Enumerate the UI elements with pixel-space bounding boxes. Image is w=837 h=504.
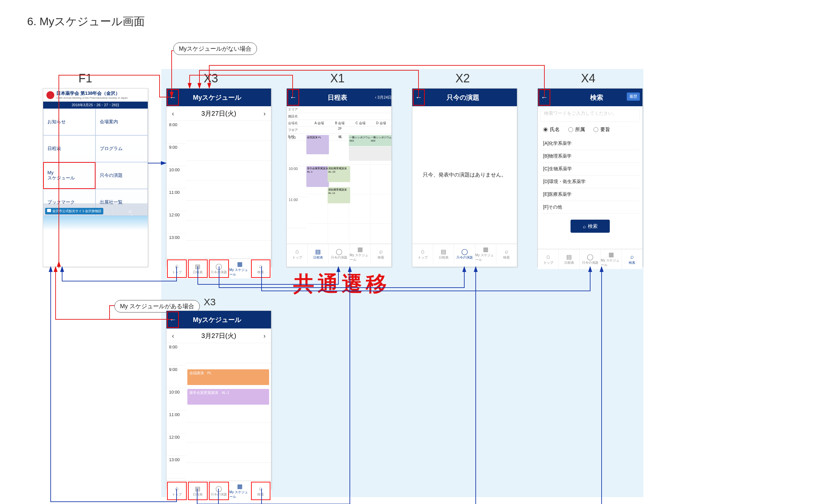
speech-icon: ◯ xyxy=(587,253,593,260)
bottom-nav: ⌂トップ ▤日程表 ◯只今の演題 ▦My スケジュール ⌕検索 xyxy=(287,244,391,264)
f1-cell-myschedule[interactable]: My スケジュール xyxy=(43,162,95,189)
f1-cell-exhibitors[interactable]: 出展社一覧 xyxy=(95,189,148,216)
tab-timetable[interactable]: ▤日程表 xyxy=(188,481,208,501)
tab-myschedule[interactable]: ▦My スケジュール xyxy=(475,244,496,264)
search-input[interactable]: 検索ワードをご入力してください。 xyxy=(540,109,640,122)
f1-cell-program[interactable]: プログラム xyxy=(95,135,148,162)
tab-current[interactable]: ◯只今の演題 xyxy=(580,249,601,269)
search-icon: ⌕ xyxy=(259,485,263,492)
time-label: 13:00 xyxy=(166,456,186,479)
time-label: 8:00 xyxy=(166,121,186,143)
date-switch[interactable]: ‹ 3月24日 › xyxy=(375,95,391,100)
timetable-event[interactable]: 薬学会賞受賞講演 AL-1 xyxy=(306,166,329,187)
timetable-event[interactable]: 一般シンポジウム S01 xyxy=(349,135,371,146)
tab-myschedule[interactable]: ▦My スケジュール xyxy=(350,244,371,264)
back-button[interactable]: ← xyxy=(412,89,425,106)
row-floor-label: フロア xyxy=(287,127,309,133)
f1-header: 日本薬学会 第138年会（金沢） 138th Annual Meeting of… xyxy=(43,89,148,102)
tab-top[interactable]: ⌂トップ xyxy=(166,259,188,278)
category-row[interactable]: [B]物理系薬学 xyxy=(540,150,640,163)
home-icon: ⌂ xyxy=(546,253,550,260)
category-row[interactable]: [A]化学系薬学 xyxy=(540,137,640,150)
current-body: 只今、発表中の演題はありません。 xyxy=(412,106,517,244)
prev-day-button[interactable]: ‹ xyxy=(166,110,179,117)
f1-body: お知らせ 会場案内 日程表 プログラム My スケジュール 只今の演題 ブックマ… xyxy=(43,109,148,203)
search-icon: ⌕ xyxy=(379,248,383,255)
tab-top[interactable]: ⌂トップ xyxy=(166,481,188,501)
timetable-event[interactable]: 会頭講演 PL xyxy=(306,135,329,154)
radio-dot-icon xyxy=(568,127,573,132)
screen-title: 只今の演題 xyxy=(425,93,501,102)
tab-myschedule[interactable]: ▦My スケジュール xyxy=(230,259,250,278)
f1-observation-link[interactable]: 金沢市公式観光サイト金沢旅物語 xyxy=(45,208,103,214)
radio-option[interactable]: 氏名 xyxy=(543,126,560,133)
tab-search[interactable]: ⌕検索 xyxy=(250,481,271,501)
tab-search[interactable]: ⌕検索 xyxy=(250,259,271,278)
tab-timetable[interactable]: ▤日程表 xyxy=(559,249,580,269)
tab-current[interactable]: ◯只今の演題 xyxy=(208,259,229,278)
time-label: 11:00 xyxy=(166,411,186,433)
f1-dateband: 2018年3月25・26・27・28日 xyxy=(43,102,148,109)
camera-icon xyxy=(47,209,51,212)
time-label: 9:00 xyxy=(166,143,186,166)
back-button[interactable]: ← xyxy=(166,89,179,106)
venue-header: A 会場 xyxy=(309,120,330,126)
time-label: 13:00 xyxy=(166,234,186,256)
home-icon: ⌂ xyxy=(295,248,299,255)
tab-top[interactable]: ⌂トップ xyxy=(412,244,433,264)
tab-timetable[interactable]: ▤日程表 xyxy=(433,244,454,264)
radio-dot-icon xyxy=(543,127,548,132)
category-row[interactable]: [C]生物系薬学 xyxy=(540,163,640,176)
category-row[interactable]: [E]医療系薬学 xyxy=(540,188,640,201)
tab-search[interactable]: ⌕検索 xyxy=(371,244,391,264)
schedule-event[interactable]: 薬学会賞受賞講演 AL-1 xyxy=(188,389,269,404)
radio-option[interactable]: 要旨 xyxy=(593,126,610,133)
back-button[interactable]: ← xyxy=(287,89,300,106)
screen-x2: ←只今の演題 只今、発表中の演題はありません。 ⌂トップ ▤日程表 ◯只今の演題… xyxy=(412,88,517,267)
f1-cell-timetable[interactable]: 日程表 xyxy=(43,135,95,162)
schedule-body: 8:009:0010:0011:0012:0013:0014:0015:00 会… xyxy=(166,343,271,481)
tab-top[interactable]: ⌂トップ xyxy=(287,244,308,264)
tab-myschedule[interactable]: ▦My スケジュール xyxy=(230,481,250,501)
tab-current[interactable]: ◯只今の演題 xyxy=(208,481,229,501)
schedule-icon: ▦ xyxy=(357,246,363,253)
tab-top[interactable]: ⌂トップ xyxy=(538,249,559,269)
category-row[interactable]: [F]その他 xyxy=(540,201,640,214)
radio-group: 氏名所属要旨 xyxy=(540,126,640,133)
timetable-event[interactable]: 奨励賞受賞講演 AL-11 xyxy=(327,187,350,203)
screen-x1: ←日程表‹ 3月24日 › エリア 施設名 会場名A 会場B 会場C 会場D 会… xyxy=(286,88,392,267)
prev-day-button[interactable]: ‹ xyxy=(166,332,179,340)
timetable-event[interactable]: 奨励賞受賞講演 AL-10 xyxy=(327,166,350,182)
speech-icon: ◯ xyxy=(215,485,222,492)
schedule-event[interactable]: 会頭講演 PL xyxy=(188,369,269,385)
tab-current[interactable]: ◯只今の演題 xyxy=(454,244,475,264)
schedule-icon: ▦ xyxy=(608,251,614,258)
f1-cell-current[interactable]: 只今の演題 xyxy=(95,162,148,189)
timetable-event[interactable] xyxy=(349,146,371,161)
next-day-button[interactable]: › xyxy=(258,332,271,340)
speech-icon: ◯ xyxy=(215,263,222,270)
f1-cell-news[interactable]: お知らせ xyxy=(43,109,95,135)
home-icon: ⌂ xyxy=(421,248,424,255)
tab-timetable[interactable]: ▤日程表 xyxy=(308,244,328,264)
timetable-event[interactable] xyxy=(370,146,391,161)
tab-timetable[interactable]: ▤日程表 xyxy=(188,259,208,278)
back-button[interactable]: ← xyxy=(538,89,551,106)
f1-cell-venue[interactable]: 会場案内 xyxy=(95,109,148,135)
tab-myschedule[interactable]: ▦My スケジュール xyxy=(601,249,622,269)
time-label: 10:00 xyxy=(166,388,186,411)
next-day-button[interactable]: › xyxy=(258,110,271,117)
category-row[interactable]: [D]環境・衛生系薬学 xyxy=(540,176,640,188)
timetable-event[interactable]: 一般シンポジウム S02 xyxy=(370,135,391,146)
label-x2: X2 xyxy=(456,72,470,85)
radio-option[interactable]: 所属 xyxy=(568,126,585,133)
tab-search[interactable]: ⌕検索 xyxy=(622,249,642,269)
back-button[interactable]: ← xyxy=(166,311,179,328)
tab-search[interactable]: ⌕検索 xyxy=(496,244,517,264)
search-button[interactable]: ⌕検索 xyxy=(571,220,610,233)
tab-current[interactable]: ◯只今の演題 xyxy=(328,244,350,264)
search-icon: ⌕ xyxy=(583,223,586,229)
label-f1: F1 xyxy=(78,72,92,85)
history-button[interactable]: 履歴 xyxy=(627,92,640,101)
screen-f1: 日本薬学会 第138年会（金沢） 138th Annual Meeting of… xyxy=(43,88,148,267)
